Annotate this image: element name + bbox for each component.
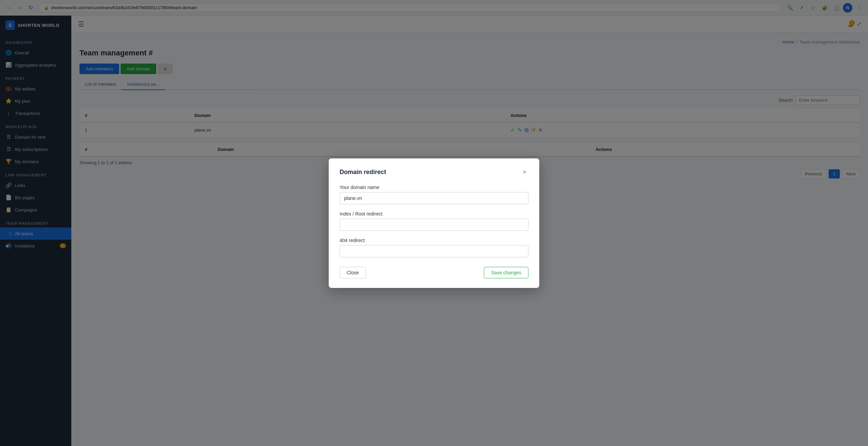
form-group-index-redirect: Index / Root redirect [340, 211, 528, 231]
form-group-domain-name: Your domain name [340, 185, 528, 204]
index-redirect-label: Index / Root redirect [340, 211, 528, 217]
form-group-404-redirect: 404 redirect [340, 238, 528, 257]
index-redirect-input[interactable] [340, 219, 528, 231]
domain-name-label: Your domain name [340, 185, 528, 190]
404-redirect-label: 404 redirect [340, 238, 528, 243]
modal-overlay[interactable]: Domain redirect × Your domain name Index… [0, 0, 868, 446]
modal-header: Domain redirect × [340, 168, 528, 176]
modal-footer: Close Save changes [340, 267, 528, 278]
close-modal-button[interactable]: Close [340, 267, 366, 278]
404-redirect-input[interactable] [340, 245, 528, 257]
modal-close-x-button[interactable]: × [521, 168, 528, 176]
modal-dialog: Domain redirect × Your domain name Index… [329, 158, 539, 288]
modal-title: Domain redirect [340, 169, 386, 176]
domain-name-input[interactable] [340, 192, 528, 204]
save-changes-button[interactable]: Save changes [484, 267, 528, 278]
